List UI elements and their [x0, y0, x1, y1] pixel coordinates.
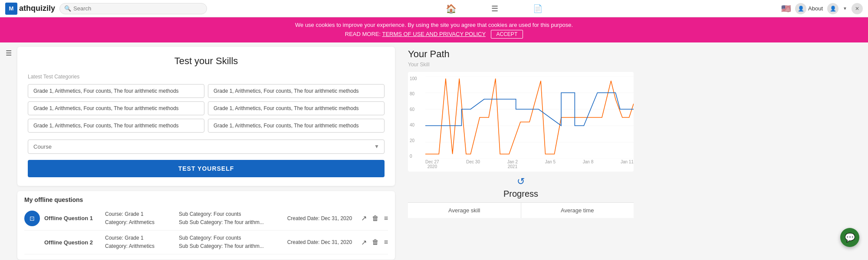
y-label: 100	[410, 76, 417, 81]
path-title: Your Path	[408, 49, 634, 60]
left-panel: Test your Skills Latest Test Categories …	[17, 42, 399, 260]
delete-icon[interactable]: 🗑	[372, 214, 379, 222]
main-layout: ☰ Test your Skills Latest Test Categorie…	[0, 42, 868, 260]
home-icon[interactable]: 🏠	[446, 3, 457, 14]
progress-section: ↺ Progress	[408, 176, 634, 199]
sub-line1: Sub Category: Four counts	[179, 234, 283, 242]
offline-actions: ↗ 🗑 ≡	[361, 238, 388, 247]
progress-metrics: Average skill Average time	[408, 202, 634, 218]
right-panel: Your Path Your Skill 100 80 60 40 20 0	[399, 42, 642, 260]
course-line2: Category: Arithmetics	[105, 242, 174, 250]
search-input[interactable]	[73, 5, 202, 12]
category-chip[interactable]: Grade 1, Arithmetics, Four counts, The f…	[28, 101, 204, 115]
offline-section: My offline questions ⊡ Offline Question …	[17, 191, 395, 260]
sub-line2: Sub Sub Category: The four arithm...	[179, 218, 283, 227]
course-line2: Category: Arithmetics	[105, 218, 174, 227]
open-external-icon[interactable]: ↗	[361, 238, 367, 247]
chart-svg	[425, 76, 634, 159]
nav-right: 🇺🇸 👤 About 👤 ▼ ✕	[781, 3, 863, 14]
offline-date: Created Date: Dec 31, 2020	[287, 215, 357, 221]
sub-line2: Sub Sub Category: The four arithm...	[179, 242, 283, 250]
cookie-link[interactable]: TERMS OF USE AND PRIVACY POLICY	[382, 31, 486, 37]
course-select-wrap: Course Grade 1 Grade 2 Grade 3 ▼	[28, 140, 385, 154]
about-label: About	[808, 5, 823, 12]
offline-subcategory: Sub Category: Four counts Sub Sub Catego…	[179, 234, 283, 250]
x-label: Jan 11	[621, 159, 634, 169]
offline-date: Created Date: Dec 31, 2020	[287, 239, 357, 245]
y-label: 60	[410, 107, 417, 112]
flag-icon[interactable]: 🇺🇸	[781, 4, 791, 13]
skills-title: Test your Skills	[28, 55, 385, 67]
cookie-banner: We use cookies to improve your experienc…	[0, 17, 868, 42]
logo[interactable]: M athquizily	[5, 3, 55, 15]
cookie-message: We use cookies to improve your experienc…	[295, 22, 573, 28]
offline-title: My offline questions	[24, 196, 388, 203]
category-chip[interactable]: Grade 1, Arithmetics, Four counts, The f…	[28, 119, 204, 133]
x-label: Jan 5	[545, 159, 556, 169]
y-label: 20	[410, 138, 417, 143]
close-nav-button[interactable]: ✕	[852, 3, 863, 14]
user-avatar[interactable]: 👤	[827, 3, 838, 14]
category-chip[interactable]: Grade 1, Arithmetics, Four counts, The f…	[208, 84, 385, 98]
x-label: Dec 30	[466, 159, 480, 169]
doc-icon[interactable]: 📄	[533, 4, 542, 13]
about-button[interactable]: 👤 About	[795, 3, 823, 14]
x-axis-labels: Dec 272020 Dec 30 Jan 22021 Jan 5 Jan 8 …	[425, 159, 634, 169]
y-axis-labels: 100 80 60 40 20 0	[410, 76, 417, 159]
course-line1: Course: Grade 1	[105, 210, 174, 218]
delete-icon[interactable]: 🗑	[372, 238, 379, 246]
nav-center: 🏠 ☰ 📄	[207, 3, 781, 14]
search-bar[interactable]: 🔍	[59, 3, 207, 14]
hamburger-icon: ☰	[6, 49, 12, 57]
chart-container: 100 80 60 40 20 0 Dec 2	[408, 72, 634, 172]
x-label: Dec 272020	[425, 159, 439, 169]
y-label: 0	[410, 154, 417, 159]
offline-course: Course: Grade 1 Category: Arithmetics	[105, 234, 174, 250]
search-icon: 🔍	[64, 5, 71, 12]
sidebar-toggle[interactable]: ☰	[0, 42, 17, 260]
category-chip[interactable]: Grade 1, Arithmetics, Four counts, The f…	[208, 119, 385, 133]
x-label: Jan 8	[583, 159, 593, 169]
open-external-icon[interactable]: ↗	[361, 214, 367, 222]
category-chip[interactable]: Grade 1, Arithmetics, Four counts, The f…	[28, 84, 204, 98]
avatar: 👤	[795, 3, 806, 14]
skills-card: Test your Skills Latest Test Categories …	[17, 47, 395, 186]
x-label: Jan 22021	[507, 159, 518, 169]
y-label: 80	[410, 91, 417, 96]
latest-label: Latest Test Categories	[28, 74, 385, 80]
test-yourself-button[interactable]: TEST YOURSELF	[28, 160, 385, 177]
average-time-metric: Average time	[521, 203, 634, 218]
accept-button[interactable]: ACCEPT	[491, 30, 523, 39]
category-chip[interactable]: Grade 1, Arithmetics, Four counts, The f…	[208, 101, 385, 115]
sub-line1: Sub Category: Four counts	[179, 210, 283, 218]
fab-button[interactable]: 💬	[840, 228, 859, 247]
topnav: M athquizily 🔍 🏠 ☰ 📄 🇺🇸 👤 About 👤 ▼ ✕	[0, 0, 868, 17]
course-select[interactable]: Course Grade 1 Grade 2 Grade 3	[28, 140, 385, 154]
chevron-down-icon[interactable]: ▼	[843, 6, 847, 11]
progress-title: Progress	[408, 189, 634, 199]
refresh-icon[interactable]: ↺	[408, 176, 634, 187]
table-row: ⊡ Offline Question 1 Course: Grade 1 Cat…	[24, 207, 388, 231]
course-line1: Course: Grade 1	[105, 234, 174, 242]
offline-subcategory: Sub Category: Four counts Sub Sub Catego…	[179, 210, 283, 227]
menu-icon[interactable]: ≡	[384, 214, 388, 222]
table-row: Offline Question 2 Course: Grade 1 Categ…	[24, 231, 388, 254]
y-label: 40	[410, 123, 417, 127]
offline-indicator: ⊡	[24, 211, 40, 226]
offline-course: Course: Grade 1 Category: Arithmetics	[105, 210, 174, 227]
logo-box: M	[5, 3, 17, 15]
categories-grid: Grade 1, Arithmetics, Four counts, The f…	[28, 84, 385, 133]
average-skill-metric: Average skill	[408, 203, 521, 218]
list-icon[interactable]: ☰	[491, 4, 498, 13]
path-subtitle: Your Skill	[408, 62, 634, 68]
offline-question-name: Offline Question 2	[44, 239, 101, 246]
fab-icon: 💬	[845, 232, 855, 243]
logo-text: athquizily	[19, 4, 55, 13]
menu-icon[interactable]: ≡	[384, 238, 388, 246]
offline-actions: ↗ 🗑 ≡	[361, 214, 388, 222]
offline-question-name: Offline Question 1	[44, 215, 101, 221]
